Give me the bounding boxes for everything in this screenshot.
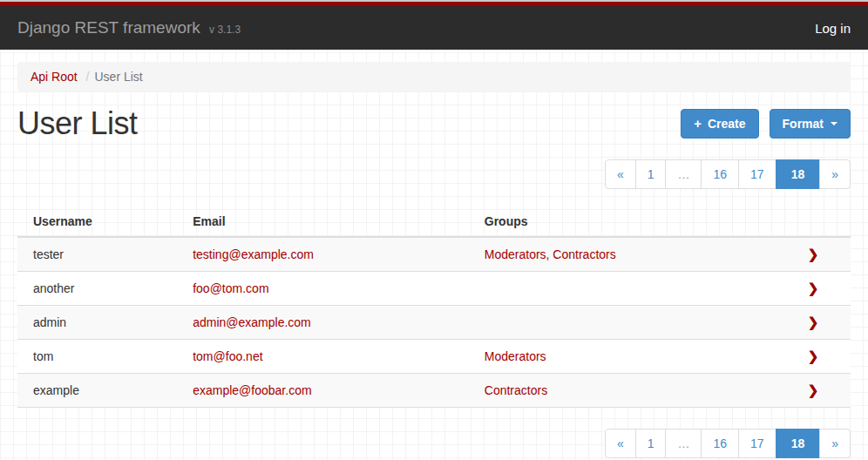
table-row: anotherfoo@tom.com❯	[17, 272, 851, 306]
pagination-item-1: 1	[636, 159, 667, 189]
brand-link[interactable]: Django REST framework v 3.1.3	[17, 18, 241, 37]
pagination-item-»: »	[820, 159, 851, 189]
cell-username: tester	[17, 237, 184, 272]
breadcrumb: Api Root /User List	[17, 62, 851, 91]
pagination-item-18: 18	[776, 429, 821, 458]
cell-email: testing@example.com	[184, 237, 476, 272]
breadcrumb-item-api-root: Api Root	[31, 70, 81, 84]
pagination-item-16: 16	[702, 159, 739, 189]
cell-groups: Contractors	[476, 374, 776, 408]
pagination-item-…: …	[666, 159, 702, 189]
cell-email: example@foobar.com	[184, 374, 476, 408]
pagination-link[interactable]: »	[819, 159, 851, 189]
email-link[interactable]: admin@example.com	[193, 315, 311, 329]
cell-detail: ❯	[776, 237, 851, 272]
pagination-link[interactable]: 17	[738, 429, 776, 458]
table-row: exampleexample@foobar.comContractors❯	[17, 374, 851, 408]
table-row: tomtom@foo.netModerators❯	[17, 340, 851, 374]
brand-version: v 3.1.3	[209, 24, 241, 36]
pagination-item-…: …	[666, 429, 702, 458]
format-button-label: Format	[783, 116, 824, 132]
breadcrumb-item-current: User List	[94, 70, 142, 84]
cell-email: admin@example.com	[184, 306, 476, 340]
table-header-row: Username Email Groups	[17, 206, 851, 237]
breadcrumb-link-api-root[interactable]: Api Root	[31, 70, 78, 84]
pagination-item-17: 17	[739, 429, 776, 458]
pagination-bottom: «1…161718»	[17, 429, 851, 458]
email-link[interactable]: tom@foo.net	[193, 349, 262, 363]
plus-icon: +	[694, 116, 702, 132]
user-table: Username Email Groups testertesting@exam…	[17, 206, 851, 408]
cell-username: admin	[17, 306, 184, 340]
column-header-detail	[776, 206, 851, 237]
create-button-label: Create	[708, 116, 746, 132]
pagination-link[interactable]: »	[819, 429, 851, 458]
pagination-link[interactable]: «	[605, 159, 636, 189]
login-link[interactable]: Log in	[815, 21, 851, 36]
pagination-item-17: 17	[739, 159, 776, 189]
create-button[interactable]: + Create	[681, 109, 758, 139]
pagination-link[interactable]: «	[605, 429, 636, 458]
cell-username: another	[17, 272, 184, 306]
cell-groups	[476, 272, 776, 306]
cell-email: foo@tom.com	[184, 272, 476, 306]
pagination-item-«: «	[605, 159, 636, 189]
cell-groups: Moderators, Contractors	[476, 237, 776, 272]
pagination-link[interactable]: 1	[635, 429, 667, 458]
cell-detail: ❯	[776, 272, 851, 306]
cell-groups	[476, 306, 776, 340]
groups-link[interactable]: Moderators	[485, 349, 546, 363]
breadcrumb-separator: /	[81, 70, 95, 84]
column-header-groups: Groups	[476, 206, 776, 237]
email-link[interactable]: example@foobar.com	[193, 383, 311, 397]
pagination-link[interactable]: 1	[635, 159, 667, 189]
pagination-item-«: «	[605, 429, 636, 458]
pagination-item-18: 18	[776, 159, 821, 189]
pagination-item-1: 1	[636, 429, 667, 458]
pagination-link[interactable]: 17	[738, 159, 776, 189]
column-header-email: Email	[184, 206, 476, 237]
pagination-link[interactable]: 18	[776, 159, 821, 189]
pagination-item-»: »	[820, 429, 851, 458]
groups-link[interactable]: Contractors	[485, 383, 547, 397]
pagination-link[interactable]: 16	[701, 159, 739, 189]
row-detail-chevron-icon[interactable]: ❯	[808, 315, 819, 329]
row-detail-chevron-icon[interactable]: ❯	[808, 348, 819, 363]
row-detail-chevron-icon[interactable]: ❯	[808, 281, 819, 295]
column-header-username: Username	[17, 206, 184, 237]
brand-title: Django REST framework	[17, 18, 200, 37]
cell-detail: ❯	[776, 340, 851, 374]
pagination-top: «1…161718»	[17, 159, 851, 189]
pagination-link: …	[665, 429, 702, 458]
table-row: testertesting@example.comModerators, Con…	[17, 237, 851, 272]
pagination-item-16: 16	[702, 429, 739, 458]
format-dropdown-button[interactable]: Format	[770, 109, 851, 139]
pagination-link: …	[665, 159, 702, 189]
email-link[interactable]: foo@tom.com	[193, 281, 268, 295]
row-detail-chevron-icon[interactable]: ❯	[808, 382, 819, 397]
row-detail-chevron-icon[interactable]: ❯	[808, 247, 819, 261]
page-title: User List	[17, 105, 138, 142]
cell-detail: ❯	[776, 374, 851, 408]
cell-detail: ❯	[776, 306, 851, 340]
caret-down-icon	[831, 122, 837, 125]
groups-link[interactable]: Moderators, Contractors	[485, 247, 616, 261]
cell-username: tom	[17, 340, 184, 374]
cell-username: example	[17, 374, 184, 408]
pagination-link[interactable]: 18	[776, 429, 821, 458]
top-navbar: Django REST framework v 3.1.3 Log in	[0, 6, 868, 50]
pagination-link[interactable]: 16	[701, 429, 739, 458]
table-row: adminadmin@example.com❯	[17, 306, 851, 340]
cell-email: tom@foo.net	[184, 340, 476, 374]
email-link[interactable]: testing@example.com	[193, 247, 314, 261]
cell-groups: Moderators	[476, 340, 776, 374]
